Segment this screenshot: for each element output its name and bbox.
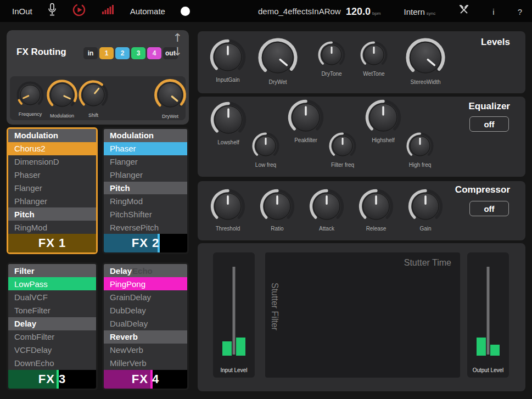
knob-filterfreq[interactable]: Filter freq [328,131,357,168]
equalizer-section: Equalizer off Lowshelf Peakfilter Highsh… [198,97,525,177]
fx-effect-item[interactable]: DualVCF [8,290,96,304]
knob-dial[interactable] [407,188,444,224]
equalizer-toggle-button[interactable]: off [469,116,509,132]
fx1-footer-slider[interactable]: FX 1 [8,234,96,252]
knob-dial[interactable] [46,78,79,111]
knob-drywet-main[interactable]: DryWet [257,37,298,85]
fx-effect-item[interactable]: RingMod [104,194,187,207]
knob-drywet[interactable]: DryWet [153,78,187,119]
knob-shift[interactable]: Shift [77,79,109,118]
fx-category-header: Filter [8,264,96,277]
output-level-slider[interactable]: Output Level [467,252,509,378]
fx-effect-item[interactable]: CombFilter [8,330,96,344]
knob-dial[interactable] [210,188,246,224]
fx-effect-item[interactable]: LowPass [8,277,96,290]
microphone-icon[interactable] [48,3,57,19]
routing-chip-3[interactable]: 3 [131,47,145,59]
fx-effect-item[interactable]: DualDelay [104,317,187,330]
routing-chip-4[interactable]: 4 [147,47,161,59]
fx-effect-item[interactable]: MillerVerb [104,357,187,370]
record-play-icon[interactable] [72,3,86,19]
compressor-toggle-button[interactable]: off [469,201,509,216]
info-button[interactable]: i [492,7,494,16]
fx-effect-item[interactable]: GrainDelay [104,290,187,304]
fx-effect-item[interactable]: PitchShifter [104,207,187,221]
routing-chip-in[interactable]: in [83,47,98,59]
knob-dial[interactable] [210,101,247,138]
knob-stereowidth[interactable]: StereoWidth [405,37,446,85]
knob-threshold[interactable]: Threshold [210,188,246,232]
fx-effect-item[interactable]: ReversePitch [104,221,187,234]
fx-effect-item[interactable]: ToneFilter [8,304,96,317]
routing-chip-2[interactable]: 2 [115,47,130,59]
knob-lowfreq[interactable]: Low freq [251,131,281,168]
fx-effect-item[interactable]: VCFDelay [8,344,96,357]
tempo-display[interactable]: 120.0bpm [346,6,381,18]
knob-dial[interactable] [405,131,435,161]
routing-chip-1[interactable]: 1 [99,47,114,59]
knob-dial[interactable] [287,99,324,136]
fx-effect-item[interactable]: Chorus2 [8,142,96,155]
knob-attack[interactable]: Attack [309,188,345,232]
input-level-slider[interactable]: Input Level [213,252,255,378]
preset-title[interactable]: demo_4effectsInARow [258,7,341,16]
knob-dial[interactable] [259,188,295,224]
knob-lowshelf[interactable]: Lowshelf [210,101,247,145]
knob-dial[interactable] [405,37,446,78]
tools-icon[interactable] [458,5,469,17]
knob-dial[interactable] [359,40,389,70]
knob-ratio[interactable]: Ratio [259,188,295,232]
knob-release[interactable]: Release [358,188,394,232]
knob-dial[interactable] [257,37,298,78]
fx-effect-item[interactable]: DownEcho [8,357,96,370]
automate-toggle[interactable] [181,7,190,16]
fx-category-header: Reverb [104,330,187,344]
knob-dial[interactable] [358,188,394,224]
fx-effect-item[interactable]: DubDelay [104,304,187,317]
stutter-xy-pad[interactable]: Stutter Time Stutter Filter [265,252,460,378]
fx4-footer-slider[interactable]: FX 4 [104,370,187,389]
fx-effect-item[interactable]: DimensionD [8,155,96,168]
knob-dial[interactable] [15,80,45,110]
fx2-footer-slider[interactable]: FX 2 [104,234,187,252]
knob-gain[interactable]: Gain [407,188,444,232]
knob-inputgain[interactable]: InputGain [209,38,247,83]
inout-button[interactable]: InOut [12,7,32,16]
knob-dial[interactable] [309,188,345,224]
input-slider-track[interactable] [233,267,236,355]
knob-dial[interactable] [153,78,187,112]
knob-drytone[interactable]: DryTone [317,40,346,77]
fx-effect-item[interactable]: Phlanger [104,168,187,182]
knob-dial[interactable] [365,99,402,136]
fx-effect-item[interactable]: Flanger [104,155,187,168]
routing-up-arrow-icon[interactable]: ↑ [172,32,182,44]
knob-wettone[interactable]: WetTone [359,40,389,77]
fx-effect-item[interactable]: Phlanger [8,194,96,207]
fx-item-label: ReversePitch [110,223,159,232]
knob-label: Frequency [19,111,42,117]
help-button[interactable]: ? [518,7,522,16]
knob-dial[interactable] [317,40,346,70]
fx-effect-item[interactable]: Phaser [8,168,96,182]
knob-dial[interactable] [328,131,357,161]
knob-highshelf[interactable]: Highshelf [365,99,402,143]
knob-dial[interactable] [77,79,109,111]
signal-level-icon[interactable] [102,4,115,18]
output-slider-track[interactable] [487,267,490,355]
fx-effect-item[interactable]: RingMod [8,221,96,234]
fx-effect-item[interactable]: NewVerb [104,344,187,357]
routing-down-arrow-icon[interactable]: ↓ [172,46,182,58]
fx3-footer-slider[interactable]: FX 3 [8,370,96,389]
fx-item-label: NewVerb [110,345,143,355]
fx-effect-item[interactable]: Flanger [8,182,96,195]
knob-label: Shift [88,113,98,118]
knob-dial[interactable] [251,131,281,161]
knob-frequency[interactable]: Frequency [15,80,45,117]
knob-peakfilter[interactable]: Peakfilter [287,99,324,143]
knob-highfreq[interactable]: High freq [405,131,435,168]
fx-effect-item[interactable]: Phaser [104,142,187,155]
knob-dial[interactable] [209,38,247,76]
sync-selector[interactable]: Internsync [404,7,436,17]
fx-effect-item[interactable]: PingPong [104,277,187,290]
knob-modulation[interactable]: Modulation [46,78,79,119]
